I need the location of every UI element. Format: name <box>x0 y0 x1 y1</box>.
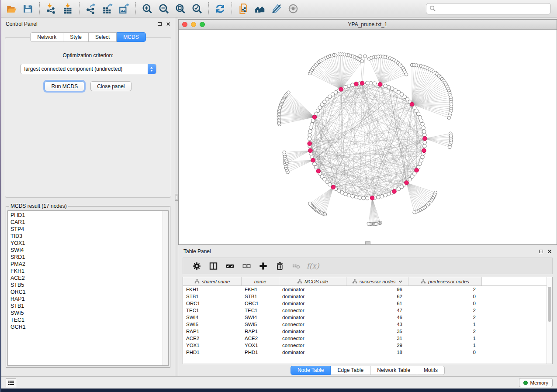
graph-hub-node[interactable] <box>312 115 317 120</box>
zoom-out-button[interactable] <box>156 2 172 16</box>
graph-hub-node[interactable] <box>354 82 359 86</box>
table-row[interactable]: RAP1RAP1dominator352 <box>183 328 552 335</box>
close-table-panel-icon[interactable] <box>547 249 552 254</box>
deselect-all-button[interactable] <box>238 259 255 272</box>
graph-node[interactable] <box>408 178 412 181</box>
graph-node[interactable] <box>313 162 316 165</box>
graph-hub-node[interactable] <box>360 81 364 86</box>
hide-annotations-button[interactable] <box>268 2 285 16</box>
table-row[interactable]: SWI4SWI4dominator462 <box>183 314 552 321</box>
column-header-successor-nodes[interactable]: successor nodes <box>346 277 408 285</box>
graph-node[interactable] <box>354 195 358 199</box>
mcds-result-item[interactable]: STB1 <box>10 303 168 309</box>
table-row[interactable]: STB1STB1dominator620 <box>183 293 552 300</box>
graph-node[interactable] <box>421 155 424 158</box>
zoom-selected-button[interactable] <box>189 2 205 16</box>
graph-node[interactable] <box>309 126 313 129</box>
graph-node[interactable] <box>351 195 354 198</box>
graph-hub-node[interactable] <box>410 102 414 107</box>
graph-node[interactable] <box>422 130 426 133</box>
mcds-result-item[interactable]: PHD1 <box>10 212 168 219</box>
graph-node[interactable] <box>314 165 318 169</box>
mcds-result-item[interactable]: RAP1 <box>10 296 168 303</box>
table-row[interactable]: TEC1TEC1connector472 <box>183 307 552 314</box>
graph-hub-node[interactable] <box>415 168 419 172</box>
graph-node[interactable] <box>423 141 426 144</box>
graph-node[interactable] <box>373 82 376 85</box>
table-row[interactable]: SWI5SWI5connector431 <box>183 321 552 328</box>
tab-select[interactable]: Select <box>89 32 117 42</box>
graph-leaf-node[interactable] <box>359 55 362 58</box>
graph-hub-node[interactable] <box>311 158 315 162</box>
import-table-button[interactable] <box>59 2 76 16</box>
search-box[interactable] <box>426 3 551 14</box>
save-session-button[interactable] <box>20 2 36 16</box>
mcds-result-item[interactable]: YOX1 <box>10 240 168 247</box>
table-row[interactable]: PHD1PHD1dominator180 <box>183 349 552 356</box>
memory-button[interactable]: Memory <box>519 378 553 387</box>
graph-node[interactable] <box>397 187 400 190</box>
graph-node[interactable] <box>310 122 314 126</box>
graph-node[interactable] <box>308 137 311 141</box>
graph-node[interactable] <box>365 81 369 85</box>
graphics-details-button[interactable] <box>285 2 301 16</box>
show-columns-button[interactable] <box>205 259 221 272</box>
mcds-result-item[interactable]: TEC1 <box>10 316 168 323</box>
mcds-result-item[interactable]: SWI5 <box>10 309 168 316</box>
graph-leaf-node[interactable] <box>448 145 451 149</box>
result-list-scrollbar[interactable] <box>163 211 168 365</box>
graph-leaf-node[interactable] <box>360 60 364 63</box>
graph-leaf-node[interactable] <box>308 202 312 205</box>
export-table-button[interactable] <box>99 2 116 16</box>
graph-hub-node[interactable] <box>308 148 313 153</box>
mcds-result-item[interactable]: GCR1 <box>10 323 168 330</box>
table-mode-button[interactable] <box>188 259 205 272</box>
graph-node[interactable] <box>358 196 361 199</box>
show-panels-button[interactable] <box>6 378 16 387</box>
network-window-titlebar[interactable]: YPA_prune.txt_1 <box>179 20 557 30</box>
graph-leaf-node[interactable] <box>283 151 286 154</box>
graph-hub-node[interactable] <box>422 148 426 153</box>
network-from-file-button[interactable] <box>235 2 252 16</box>
tab-network-table[interactable]: Network Table <box>370 366 417 375</box>
float-table-panel-icon[interactable] <box>539 250 543 253</box>
horizontal-splitter-grip[interactable] <box>365 241 370 245</box>
graph-node[interactable] <box>422 126 425 129</box>
graph-node[interactable] <box>351 83 354 86</box>
graph-node[interactable] <box>384 193 387 197</box>
graph-node[interactable] <box>308 130 312 133</box>
create-column-button[interactable] <box>255 259 271 272</box>
graph-node[interactable] <box>377 195 380 199</box>
home-networks-button[interactable] <box>252 2 268 16</box>
open-file-button[interactable] <box>3 2 20 16</box>
mcds-result-item[interactable]: ACE2 <box>10 275 168 282</box>
close-panel-button[interactable]: Close panel <box>90 81 131 91</box>
graph-leaf-node[interactable] <box>447 116 451 120</box>
graph-hub-node[interactable] <box>316 169 321 173</box>
graph-hub-node[interactable] <box>392 189 397 194</box>
graph-hub-node[interactable] <box>308 141 312 146</box>
import-network-button[interactable] <box>43 2 59 16</box>
graph-node[interactable] <box>387 85 391 89</box>
export-network-button[interactable] <box>83 2 99 16</box>
table-scrollbar[interactable] <box>547 277 552 364</box>
tab-mcds[interactable]: MCDS <box>117 32 145 42</box>
mcds-result-item[interactable]: STP4 <box>10 226 168 233</box>
graph-node[interactable] <box>344 85 347 89</box>
tab-style[interactable]: Style <box>63 32 89 42</box>
mcds-result-item[interactable]: SRD1 <box>10 254 168 261</box>
graph-node[interactable] <box>308 133 311 137</box>
network-canvas[interactable] <box>179 30 557 244</box>
search-input[interactable] <box>438 4 547 13</box>
tab-network[interactable]: Network <box>30 32 63 42</box>
node-table-body[interactable]: FKH1FKH1dominator962STB1STB1dominator620… <box>183 286 552 364</box>
graph-hub-node[interactable] <box>378 83 382 87</box>
graph-node[interactable] <box>423 144 426 148</box>
scrollbar-thumb[interactable] <box>548 287 551 322</box>
mcds-result-item[interactable]: CAR1 <box>10 219 168 226</box>
column-header-predecessor-nodes[interactable]: predecessor nodes <box>408 277 482 285</box>
tab-motifs[interactable]: Motifs <box>417 366 445 375</box>
tab-edge-table[interactable]: Edge Table <box>331 366 370 375</box>
graph-node[interactable] <box>347 84 351 88</box>
criterion-select[interactable]: largest connected component (undirected) <box>20 64 156 74</box>
